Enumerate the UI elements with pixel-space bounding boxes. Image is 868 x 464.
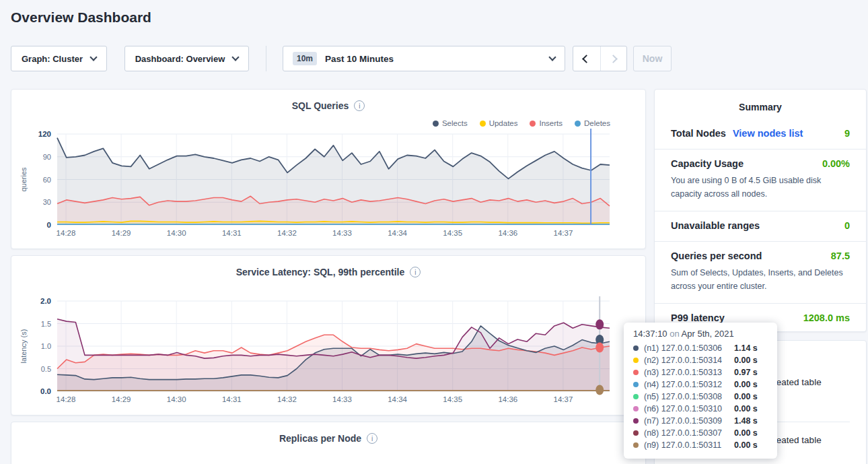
x-tick-label: 14:31 xyxy=(222,229,242,237)
legend-label: Deletes xyxy=(584,119,610,127)
summary-value: 1208.0 ms xyxy=(803,312,850,323)
node-latency-value: 1.48 s xyxy=(734,416,758,426)
chart-header: Service Latency: SQL, 99th percentile i xyxy=(11,267,645,277)
dashboard-select-button[interactable]: Dashboard: Overview xyxy=(124,46,249,71)
view-nodes-link[interactable]: View nodes list xyxy=(733,128,803,139)
summary-row-total-nodes: Total NodesView nodes list9 xyxy=(655,119,866,149)
x-tick-label: 14:32 xyxy=(277,229,297,237)
chart-header: SQL Queries i xyxy=(11,100,645,111)
prev-range-button[interactable] xyxy=(573,46,600,71)
node-latency-value: 0.00 s xyxy=(734,440,758,450)
y-tick-label: 90 xyxy=(43,153,51,161)
now-button[interactable]: Now xyxy=(633,46,672,71)
tooltip-node-row: (n1) 127.0.0.1:503061.14 s xyxy=(633,342,768,354)
node-address: (n9) 127.0.0.1:50311 xyxy=(644,440,734,450)
dashboard-select-label: Dashboard: Overview xyxy=(135,54,225,64)
replicas-per-node-chart-card: Replicas per Node i xyxy=(11,422,646,464)
summary-label: Total Nodes xyxy=(671,128,726,139)
hover-dot xyxy=(595,319,604,329)
summary-row-queries-per-second: Queries per second87.5Sum of Selects, Up… xyxy=(655,241,866,303)
chart-title: Service Latency: SQL, 99th percentile xyxy=(236,267,405,277)
service-latency-chart[interactable]: 0.00.51.01.52.014:2814:2914:3014:3114:32… xyxy=(11,256,647,416)
x-tick-label: 14:28 xyxy=(57,395,76,403)
chevron-down-icon xyxy=(232,53,240,61)
x-tick-label: 14:31 xyxy=(222,395,242,403)
tooltip-timestamp: 14:37:10 on Apr 5th, 2021 xyxy=(633,329,768,339)
node-color-dot xyxy=(633,430,639,436)
legend-item-deletes[interactable]: Deletes xyxy=(575,119,610,127)
legend-label: Inserts xyxy=(539,119,563,127)
info-icon[interactable]: i xyxy=(354,100,365,111)
hover-dot xyxy=(595,385,604,395)
summary-subtext: You are using 0 B of 4.5 GiB usable disk… xyxy=(671,174,850,201)
graph-select-label: Graph: Cluster xyxy=(22,54,83,64)
summary-value: 87.5 xyxy=(831,251,850,261)
node-latency-value: 0.00 s xyxy=(734,380,758,389)
node-color-dot xyxy=(633,382,639,387)
chart-title: Replicas per Node xyxy=(279,433,361,444)
node-address: (n3) 127.0.0.1:50313 xyxy=(644,368,734,377)
node-color-dot xyxy=(633,418,639,424)
x-tick-label: 14:28 xyxy=(57,229,76,237)
x-tick-label: 14:34 xyxy=(388,395,407,403)
y-tick-label: 60 xyxy=(43,176,51,184)
tooltip-node-row: (n2) 127.0.0.1:503140.00 s xyxy=(633,354,768,366)
x-tick-label: 14:32 xyxy=(277,395,297,403)
toolbar: Graph: Cluster Dashboard: Overview 10m P… xyxy=(0,46,868,71)
y-tick-label: 30 xyxy=(43,198,51,206)
y-tick-label: 2.0 xyxy=(40,297,51,305)
node-latency-value: 0.00 s xyxy=(734,392,758,401)
x-tick-label: 14:37 xyxy=(554,395,573,403)
node-address: (n4) 127.0.0.1:50312 xyxy=(644,380,734,389)
legend-item-updates[interactable]: Updates xyxy=(480,119,518,127)
chart-header: Replicas per Node i xyxy=(11,433,645,444)
summary-label: P99 latency xyxy=(671,312,725,323)
y-axis-label: latency (s) xyxy=(20,329,28,364)
x-tick-label: 14:29 xyxy=(112,395,131,403)
info-icon[interactable]: i xyxy=(410,267,421,277)
time-range-select[interactable]: 10m Past 10 Minutes xyxy=(283,46,565,71)
summary-label: Unavailable ranges xyxy=(671,220,760,231)
tooltip-node-row: (n8) 127.0.0.1:503070.00 s xyxy=(633,427,768,439)
node-address: (n5) 127.0.0.1:50308 xyxy=(644,392,734,401)
node-color-dot xyxy=(633,358,639,363)
info-icon[interactable]: i xyxy=(367,433,377,444)
legend-label: Updates xyxy=(489,119,518,127)
legend-item-inserts[interactable]: Inserts xyxy=(530,119,563,127)
summary-title: Summary xyxy=(655,90,866,119)
x-tick-label: 14:30 xyxy=(167,229,186,237)
sql-queries-chart[interactable]: 030609012014:2814:2914:3014:3114:3214:33… xyxy=(11,90,647,250)
summary-subtext: Sum of Selects, Updates, Inserts, and De… xyxy=(671,266,850,293)
node-color-dot xyxy=(633,442,639,448)
node-latency-value: 0.00 s xyxy=(734,428,758,438)
y-tick-label: 0.0 xyxy=(40,387,51,395)
summary-label: Capacity Usage xyxy=(671,158,744,169)
y-axis-label: queries xyxy=(20,167,28,192)
time-range-label: Past 10 Minutes xyxy=(325,54,394,64)
node-address: (n2) 127.0.0.1:50314 xyxy=(644,356,734,365)
summary-panel: Summary Total NodesView nodes list9Capac… xyxy=(654,89,867,332)
node-color-dot xyxy=(633,406,639,411)
x-tick-label: 14:36 xyxy=(498,229,517,237)
tooltip-node-row: (n5) 127.0.0.1:503080.00 s xyxy=(633,391,768,403)
node-latency-value: 0.00 s xyxy=(734,356,758,365)
x-tick-label: 14:36 xyxy=(498,395,517,403)
chart-hover-tooltip: 14:37:10 on Apr 5th, 2021 (n1) 127.0.0.1… xyxy=(624,323,777,459)
node-address: (n1) 127.0.0.1:50306 xyxy=(644,343,734,353)
node-latency-value: 1.14 s xyxy=(734,343,758,353)
graph-select-button[interactable]: Graph: Cluster xyxy=(11,46,107,71)
time-step-buttons xyxy=(573,46,627,71)
next-range-button[interactable] xyxy=(600,46,627,71)
node-color-dot xyxy=(633,345,639,351)
chevron-right-icon xyxy=(609,55,618,63)
node-latency-value: 0.00 s xyxy=(734,404,758,413)
legend-item-selects[interactable]: Selects xyxy=(433,119,468,127)
tooltip-node-row: (n7) 127.0.0.1:503091.48 s xyxy=(633,415,768,427)
legend-label: Selects xyxy=(442,119,468,127)
page-title: Overview Dashboard xyxy=(11,9,151,26)
x-tick-label: 14:30 xyxy=(167,395,186,403)
chart-title: SQL Queries xyxy=(292,100,349,111)
legend-dot xyxy=(530,121,536,127)
tooltip-node-row: (n4) 127.0.0.1:503120.00 s xyxy=(633,378,768,391)
x-tick-label: 14:35 xyxy=(443,229,462,237)
